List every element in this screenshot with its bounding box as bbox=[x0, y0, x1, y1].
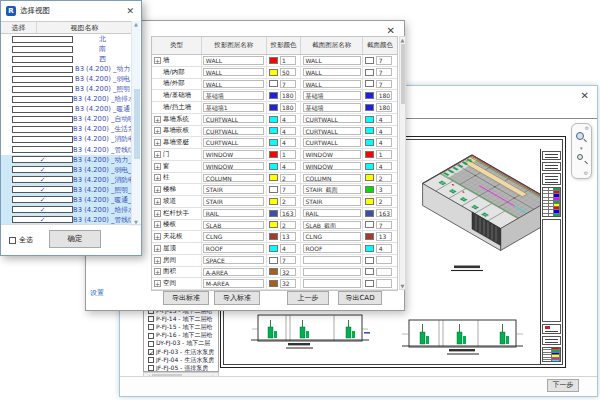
sect-layer-input[interactable]: CLNG bbox=[303, 232, 361, 241]
view-item[interactable]: 北 bbox=[1, 34, 132, 44]
sect-color-swatch[interactable] bbox=[365, 186, 374, 193]
proj-color-swatch[interactable] bbox=[269, 163, 278, 170]
sect-aci-input[interactable]: 7 bbox=[376, 80, 392, 89]
sect-aci-input[interactable]: 180 bbox=[376, 91, 392, 100]
gear-icon[interactable]: ⚙ bbox=[584, 171, 588, 176]
sect-aci-input[interactable]: 163 bbox=[376, 209, 392, 218]
proj-aci-input[interactable]: 13 bbox=[280, 232, 296, 241]
proj-aci-input[interactable]: 2 bbox=[280, 221, 296, 230]
sheet-checkbox[interactable] bbox=[148, 341, 154, 347]
sect-aci-input[interactable]: 7 bbox=[376, 68, 392, 77]
proj-color-swatch[interactable] bbox=[269, 80, 278, 87]
view-item[interactable]: ✓B3 (4.200) _给排水_出图 bbox=[1, 205, 132, 215]
sect-layer-input[interactable]: COLUMN bbox=[303, 174, 361, 183]
proj-layer-input[interactable]: CURTWALL bbox=[203, 138, 264, 147]
proj-aci-input[interactable]: 180 bbox=[280, 103, 296, 112]
sect-color-swatch[interactable] bbox=[365, 163, 374, 170]
view-checkbox[interactable]: ✓ bbox=[12, 186, 73, 193]
close-icon[interactable]: ✕ bbox=[126, 6, 134, 16]
expand-icon[interactable]: + bbox=[154, 210, 161, 217]
scroll-thumb[interactable] bbox=[134, 89, 140, 159]
view-checkbox[interactable]: ✓ bbox=[12, 166, 73, 173]
view-item[interactable]: ✓B3 (4.200) _弱电_出图 bbox=[1, 165, 132, 175]
view-checkbox[interactable] bbox=[12, 106, 73, 113]
sect-color-swatch[interactable] bbox=[365, 268, 374, 275]
close-icon[interactable]: ✕ bbox=[387, 26, 395, 36]
proj-aci-input[interactable]: 4 bbox=[280, 138, 296, 147]
proj-color-swatch[interactable] bbox=[269, 127, 278, 134]
proj-layer-input[interactable]: RAIL bbox=[203, 209, 264, 218]
sect-color-swatch[interactable] bbox=[365, 57, 374, 64]
proj-color-swatch[interactable] bbox=[269, 233, 278, 240]
proj-aci-input[interactable]: 7 bbox=[280, 185, 296, 194]
proj-color-swatch[interactable] bbox=[269, 151, 278, 158]
sheet-checkbox[interactable] bbox=[148, 365, 154, 371]
sect-aci-input[interactable]: 7 bbox=[376, 56, 392, 65]
sect-aci-input[interactable]: 4 bbox=[376, 115, 392, 124]
proj-color-swatch[interactable] bbox=[269, 174, 278, 181]
sect-aci-input[interactable]: 180 bbox=[376, 103, 392, 112]
sect-aci-input[interactable]: 4 bbox=[376, 138, 392, 147]
sect-color-swatch[interactable] bbox=[365, 151, 374, 158]
sect-aci-input[interactable] bbox=[376, 279, 392, 288]
scroll-up-icon[interactable]: ▲ bbox=[132, 21, 140, 28]
sect-aci-input[interactable]: 2 bbox=[376, 197, 392, 206]
view-checkbox[interactable]: ✓ bbox=[12, 156, 73, 163]
sect-aci-input[interactable]: 4 bbox=[376, 127, 392, 136]
proj-aci-input[interactable]: 4 bbox=[280, 127, 296, 136]
expand-icon[interactable]: + bbox=[154, 151, 161, 158]
view-checkbox[interactable] bbox=[12, 36, 73, 43]
sect-color-swatch[interactable] bbox=[365, 210, 374, 217]
view-item[interactable]: B3 (4.200) _自动喷淋 bbox=[1, 114, 132, 124]
sect-layer-input[interactable]: 基础墙 bbox=[303, 91, 361, 100]
expand-icon[interactable]: + bbox=[154, 257, 161, 264]
sect-layer-input[interactable]: WALL bbox=[303, 68, 361, 77]
sect-layer-input[interactable]: WALL bbox=[303, 80, 361, 89]
proj-layer-input[interactable]: 基础墙 bbox=[203, 91, 264, 100]
proj-layer-input[interactable]: STAIR bbox=[203, 185, 264, 194]
sect-layer-input[interactable]: STAIR_截面 bbox=[303, 185, 361, 194]
proj-color-swatch[interactable] bbox=[269, 104, 278, 111]
proj-color-swatch[interactable] bbox=[269, 210, 278, 217]
view-item[interactable]: ✓B3 (4.200) _照明_出图 bbox=[1, 185, 132, 195]
view-item[interactable]: ✓B3 (4.200) _动力_出图 bbox=[1, 155, 132, 165]
sect-color-swatch[interactable] bbox=[365, 174, 374, 181]
view-checkbox[interactable] bbox=[12, 126, 73, 133]
previous-step-button[interactable]: 上一步 bbox=[287, 291, 329, 305]
proj-aci-input[interactable]: 50 bbox=[280, 68, 296, 77]
sect-layer-input[interactable] bbox=[303, 268, 361, 277]
sect-color-swatch[interactable] bbox=[365, 116, 374, 123]
sect-color-swatch[interactable] bbox=[365, 245, 374, 252]
table-scrollbar[interactable]: ▲ ▼ bbox=[399, 36, 406, 290]
proj-layer-input[interactable]: CURTWALL bbox=[203, 115, 264, 124]
settings-link[interactable]: 设置 bbox=[90, 288, 104, 298]
sect-layer-input[interactable] bbox=[303, 256, 361, 265]
proj-aci-input[interactable]: 1 bbox=[280, 150, 296, 159]
view-checkbox[interactable] bbox=[12, 86, 73, 93]
sect-aci-input[interactable]: 3 bbox=[376, 185, 392, 194]
proj-layer-input[interactable]: M-AREA bbox=[203, 279, 264, 288]
proj-color-swatch[interactable] bbox=[269, 92, 278, 99]
proj-layer-input[interactable]: WINDOW bbox=[203, 162, 264, 171]
sect-color-swatch[interactable] bbox=[365, 80, 374, 87]
proj-layer-input[interactable]: WALL bbox=[203, 80, 264, 89]
expand-icon[interactable]: + bbox=[154, 139, 161, 146]
view-checkbox[interactable]: ✓ bbox=[12, 176, 73, 183]
proj-aci-input[interactable]: 7 bbox=[280, 80, 296, 89]
sect-layer-input[interactable]: RAIL bbox=[303, 209, 361, 218]
select-all-checkbox[interactable] bbox=[9, 237, 16, 244]
sheet-checkbox[interactable] bbox=[148, 316, 154, 322]
view-item[interactable]: B3 (4.200) _动力 bbox=[1, 64, 132, 74]
view-checkbox[interactable]: ✓ bbox=[12, 216, 73, 223]
view-item[interactable]: B3 (4.200) _弱电 bbox=[1, 74, 132, 84]
proj-layer-input[interactable]: A-AREA bbox=[203, 268, 264, 277]
sect-color-swatch[interactable] bbox=[365, 257, 374, 264]
proj-aci-input[interactable]: 4 bbox=[280, 244, 296, 253]
sect-color-swatch[interactable] bbox=[365, 92, 374, 99]
expand-icon[interactable]: + bbox=[154, 57, 161, 64]
expand-icon[interactable]: + bbox=[154, 221, 161, 228]
gear-icon[interactable]: ⚙ bbox=[585, 126, 589, 131]
expand-icon[interactable]: + bbox=[154, 116, 161, 123]
import-standard-button[interactable]: 导入标准 bbox=[214, 291, 260, 305]
sect-aci-input[interactable]: 13 bbox=[376, 232, 392, 241]
